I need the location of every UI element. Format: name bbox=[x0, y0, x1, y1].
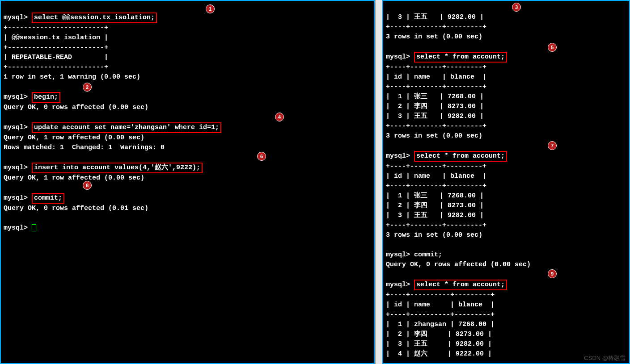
step-badge-7: 7 bbox=[548, 141, 557, 150]
command-select-7: select * from account; bbox=[414, 151, 507, 162]
table-row: | 3 | 王五 | 9282.00 | bbox=[386, 113, 484, 120]
command-update: update account set name='zhangsan' where… bbox=[32, 122, 221, 133]
mysql-prompt: mysql> bbox=[4, 14, 28, 21]
table-separator: +----+--------+---------+ bbox=[386, 23, 486, 31]
table-row: | 2 | 李四 | 8273.00 | bbox=[386, 331, 492, 338]
table-separator: +----+----------+---------+ bbox=[386, 311, 495, 318]
table-row: | 2 | 李四 | 8273.00 | bbox=[386, 202, 484, 209]
table-separator: +------------------------+ bbox=[4, 44, 108, 51]
table-separator: +----+----------+---------+ bbox=[386, 291, 495, 299]
table-separator: +----+--------+---------+ bbox=[386, 83, 486, 91]
table-separator: +----+--------+---------+ bbox=[386, 222, 486, 229]
command-select-9: select * from account; bbox=[414, 280, 507, 290]
table-separator: +----+--------+---------+ bbox=[386, 182, 486, 190]
table-header: | id | name | blance | bbox=[386, 301, 495, 309]
result-text: 3 rows in set (0.00 sec) bbox=[386, 132, 482, 140]
step-badge-3: 3 bbox=[512, 3, 521, 12]
command-select-5: select * from account; bbox=[414, 52, 507, 63]
cursor-icon bbox=[32, 224, 36, 231]
command-begin: begin; bbox=[32, 92, 60, 103]
step-badge-5: 5 bbox=[548, 43, 557, 52]
terminal-left[interactable]: mysql> select @@session.tx_isolation; +-… bbox=[0, 0, 375, 364]
result-text: 3 rows in set (0.00 sec) bbox=[386, 33, 482, 41]
table-row: | 1 | 张三 | 7268.00 | bbox=[386, 93, 484, 100]
mysql-prompt: mysql> bbox=[4, 93, 28, 101]
command-select-isolation: select @@session.tx_isolation; bbox=[32, 13, 157, 23]
table-header: | id | name | blance | bbox=[386, 73, 486, 81]
result-text: Rows matched: 1 Changed: 1 Warnings: 0 bbox=[4, 144, 165, 151]
table-row: | 2 | 李四 | 8273.00 | bbox=[386, 103, 484, 110]
step-badge-2: 2 bbox=[83, 83, 92, 92]
terminal-right[interactable]: | 3 | 王五 | 9282.00 | +----+--------+----… bbox=[382, 0, 630, 364]
table-row: | 1 | zhangsan | 7268.00 | bbox=[386, 321, 495, 328]
command-commit: commit; bbox=[32, 193, 64, 204]
result-text: 3 rows in set (0.00 sec) bbox=[386, 231, 482, 239]
mysql-prompt: mysql> bbox=[386, 152, 410, 160]
table-separator: +----+--------+---------+ bbox=[386, 122, 486, 130]
table-separator: +----+--------+---------+ bbox=[386, 63, 486, 71]
step-badge-8: 8 bbox=[83, 181, 92, 190]
table-row: | REPEATABLE-READ | bbox=[4, 54, 108, 61]
step-badge-1: 1 bbox=[206, 4, 215, 13]
watermark-text: CSDN @椿融雪 bbox=[584, 354, 626, 362]
result-text: Query OK, 1 row affected (0.00 sec) bbox=[4, 174, 144, 182]
command-commit-text: commit; bbox=[414, 251, 442, 259]
table-separator: +------------------------+ bbox=[4, 24, 108, 32]
table-header: | @@session.tx_isolation | bbox=[4, 34, 108, 42]
mysql-prompt: mysql> bbox=[4, 194, 28, 202]
table-row: | 3 | 王五 | 9282.00 | bbox=[386, 212, 484, 219]
mysql-prompt: mysql> bbox=[4, 164, 28, 172]
result-text: 1 row in set, 1 warning (0.00 sec) bbox=[4, 73, 140, 81]
result-text: Query OK, 1 row affected (0.00 sec) bbox=[4, 134, 144, 142]
table-row: | 3 | 王五 | 9282.00 | bbox=[386, 340, 492, 348]
step-badge-4: 4 bbox=[275, 113, 284, 121]
command-insert: insert into account values(4,'赵六',9222); bbox=[32, 163, 203, 173]
result-text: Query OK, 0 rows affected (0.00 sec) bbox=[4, 104, 148, 111]
table-row: | 1 | 张三 | 7268.00 | bbox=[386, 192, 484, 200]
mysql-prompt: mysql> bbox=[4, 224, 28, 232]
table-separator: +----+--------+---------+ bbox=[386, 163, 486, 170]
mysql-prompt: mysql> bbox=[4, 124, 28, 131]
step-badge-9: 9 bbox=[548, 269, 557, 278]
table-row: | 3 | 王五 | 9282.00 | bbox=[386, 13, 484, 21]
pane-splitter[interactable] bbox=[375, 0, 382, 364]
mysql-prompt: mysql> bbox=[386, 281, 410, 289]
result-text: Query OK, 0 rows affected (0.00 sec) bbox=[386, 261, 531, 268]
step-badge-6: 6 bbox=[257, 152, 266, 161]
table-separator: +------------------------+ bbox=[4, 63, 108, 71]
table-row: | 4 | 赵六 | 9222.00 | bbox=[386, 350, 492, 358]
mysql-prompt: mysql> bbox=[386, 251, 410, 259]
table-header: | id | name | blance | bbox=[386, 172, 486, 180]
result-text: Query OK, 0 rows affected (0.01 sec) bbox=[4, 205, 148, 212]
mysql-prompt: mysql> bbox=[386, 53, 410, 61]
